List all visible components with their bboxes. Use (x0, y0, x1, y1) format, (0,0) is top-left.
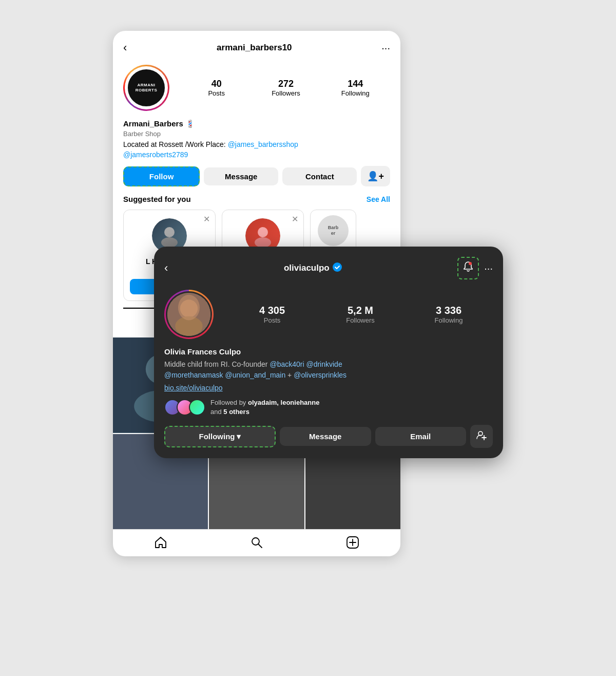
followers-stat[interactable]: 272 Followers (251, 79, 320, 97)
svg-point-26 (469, 262, 472, 265)
suggested-label: Suggested for you (123, 195, 191, 203)
posts-stat[interactable]: 40 Posts (182, 79, 251, 97)
svg-point-25 (333, 262, 342, 272)
olivia-message-button[interactable]: Message (280, 427, 371, 446)
followed-by-row: Followed by olyadaim, leoniehanneand 5 o… (164, 398, 493, 417)
olivia-website-link[interactable]: bio.site/oliviaculpo (164, 384, 493, 392)
bio-link-2[interactable]: @jamesroberts2789 (123, 151, 188, 159)
nav-home[interactable] (113, 536, 209, 552)
olivia-more-button[interactable]: ··· (484, 262, 493, 274)
avatar-ring: ARMANIROBERTS (123, 65, 169, 111)
action-buttons: Follow Message Contact 👤+ (123, 166, 390, 186)
olivia-header-actions: ··· (457, 257, 493, 279)
partial-avatar: Barber (318, 215, 349, 246)
profile-header: ‹ armani_barbers10 ··· (123, 41, 390, 54)
following-stat[interactable]: 144 Following (321, 79, 390, 97)
contact-button[interactable]: Contact (282, 167, 357, 185)
follow-button[interactable]: Follow (123, 166, 200, 186)
chevron-down-icon: ▾ (237, 432, 241, 441)
bio-link-back40[interactable]: @back40ri (270, 360, 304, 368)
add-friend-button[interactable]: 👤+ (361, 166, 390, 186)
olivia-add-button[interactable] (470, 425, 493, 448)
olivia-avatar-ring (164, 290, 214, 339)
bio-link-1[interactable]: @james_barbersshop (228, 140, 298, 148)
svg-point-2 (258, 227, 268, 237)
olivia-profile-header: ‹ oliviaculpo ··· (164, 257, 493, 279)
bio-link-mask[interactable]: @morethanamask (164, 371, 223, 379)
olivia-stats-row: 4 305 Posts 5,2 M Followers 3 336 Follow… (164, 290, 493, 339)
message-button[interactable]: Message (204, 167, 278, 185)
followed-by-text: Followed by olyadaim, leoniehanneand 5 o… (210, 398, 319, 417)
olivia-action-buttons: Following ▾ Message Email (164, 425, 493, 448)
svg-point-0 (164, 227, 175, 237)
followed-avatars (164, 399, 205, 416)
following-button[interactable]: Following ▾ (164, 426, 276, 447)
nav-search[interactable] (209, 536, 305, 552)
olivia-avatar (167, 293, 210, 336)
nav-add[interactable] (304, 536, 400, 552)
see-all-link[interactable]: See All (367, 195, 390, 203)
olivia-following-stat[interactable]: 3 336 Following (405, 305, 493, 324)
stats-row: ARMANIROBERTS 40 Posts 272 Followers 144… (123, 65, 390, 111)
olivia-username: oliviaculpo (284, 262, 342, 274)
back-button[interactable]: ‹ (123, 41, 127, 54)
suggested-header: Suggested for you See All (123, 195, 390, 203)
more-options-button[interactable]: ··· (381, 42, 390, 54)
olivia-posts-stat[interactable]: 4 305 Posts (228, 305, 316, 324)
profile-category: Barber Shop (123, 130, 390, 138)
bio-link-sprinkles[interactable]: @oliversprinkles (294, 371, 346, 379)
svg-point-30 (178, 295, 200, 321)
bio-link-drinkvide[interactable]: @drinkvide (306, 360, 342, 368)
olivia-email-button[interactable]: Email (375, 427, 467, 446)
bio-link-union[interactable]: @union_and_main (225, 371, 285, 379)
profile-display-name: Armani_Barbers 💈 (123, 119, 390, 128)
followed-avatar-3 (189, 399, 205, 416)
olivia-profile-card: ‹ oliviaculpo ··· (154, 247, 503, 458)
olivia-display-name: Olivia Frances Culpo (164, 347, 493, 356)
close-icon[interactable]: ✕ (203, 214, 210, 224)
close-icon-2[interactable]: ✕ (292, 214, 298, 224)
notification-bell-button[interactable] (457, 257, 479, 279)
username-label: armani_barbers10 (217, 43, 292, 53)
olivia-back-button[interactable]: ‹ (164, 261, 168, 275)
bottom-nav (113, 529, 400, 556)
olivia-followers-stat[interactable]: 5,2 M Followers (316, 305, 405, 324)
avatar: ARMANIROBERTS (126, 68, 166, 108)
svg-line-21 (258, 544, 262, 548)
olivia-bio: Middle child from RI. Co-founder @back40… (164, 359, 493, 381)
profile-bio: Located at Rossett /Work Place: @james_b… (123, 140, 390, 160)
verified-icon (333, 262, 342, 274)
